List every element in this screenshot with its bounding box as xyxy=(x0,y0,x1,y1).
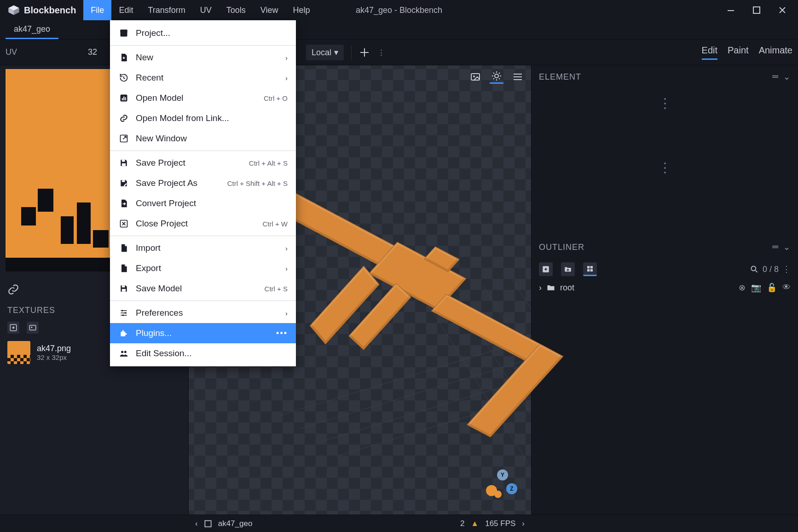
menu-view[interactable]: View xyxy=(253,0,286,20)
collapse-icon[interactable]: ⌄ xyxy=(783,242,791,252)
menu-item-label: Plugins... xyxy=(136,328,270,338)
axis-z[interactable]: Z xyxy=(506,483,517,494)
menu-item-close-project[interactable]: Close ProjectCtrl + W xyxy=(110,214,296,234)
mode-edit[interactable]: Edit xyxy=(702,45,717,60)
outliner-row-root[interactable]: › root ⊗ 📷 🔓 👁 xyxy=(532,280,798,295)
collapse-icon[interactable]: ⌄ xyxy=(783,72,791,82)
space-selector[interactable]: Local ▾ xyxy=(306,45,344,60)
status-model-name: ak47_geo xyxy=(218,519,253,528)
menu-item-recent[interactable]: Recent› xyxy=(110,68,296,88)
menu-item-preferences[interactable]: Preferences› xyxy=(110,303,296,323)
eye-icon[interactable]: 👁 xyxy=(782,283,791,293)
camera-icon[interactable]: 📷 xyxy=(751,283,761,293)
model-icon xyxy=(203,519,213,528)
menu-item-export[interactable]: Export› xyxy=(110,258,296,278)
menu-file[interactable]: File xyxy=(83,0,111,20)
menu-item-save-model[interactable]: Save ModelCtrl + S xyxy=(110,278,296,299)
svg-rect-20 xyxy=(125,97,126,100)
menu-item-edit-session[interactable]: Edit Session... xyxy=(110,343,296,364)
menu-tools[interactable]: Tools xyxy=(219,0,253,20)
add-cube-button[interactable] xyxy=(539,262,553,276)
file-icon xyxy=(118,263,129,274)
menu-separator xyxy=(110,236,296,236)
add-group-button[interactable] xyxy=(561,262,575,276)
project-icon xyxy=(118,28,129,39)
chevron-left-icon[interactable]: ‹ xyxy=(195,519,198,528)
svg-rect-9 xyxy=(587,266,590,268)
sliders-icon xyxy=(118,307,129,318)
menu-item-label: New xyxy=(136,52,279,63)
mode-animate[interactable]: Animate xyxy=(759,45,792,60)
menu-item-label: New Window xyxy=(136,133,288,144)
svg-rect-16 xyxy=(121,30,127,33)
overflow-dots[interactable]: ⋮ xyxy=(782,264,791,274)
chevron-right-icon[interactable]: › xyxy=(522,519,525,528)
history-icon xyxy=(118,72,129,83)
menu-item-label: Preferences xyxy=(136,308,279,318)
close-button[interactable] xyxy=(777,5,788,16)
svg-point-6 xyxy=(473,75,475,77)
save-icon xyxy=(118,157,129,168)
uv-label: UV xyxy=(6,47,17,57)
overflow-dots-2[interactable] xyxy=(537,156,792,179)
menu-item-new-window[interactable]: New Window xyxy=(110,128,296,149)
file-icon xyxy=(118,243,129,254)
menu-shortcut: Ctrl + W xyxy=(262,220,288,228)
menu-uv[interactable]: UV xyxy=(193,0,219,20)
svg-rect-26 xyxy=(122,285,125,287)
minimize-button[interactable] xyxy=(725,5,736,16)
open-window-icon xyxy=(118,133,129,144)
tab-ak47-geo[interactable]: ak47_geo xyxy=(6,21,58,39)
image-icon[interactable] xyxy=(468,70,482,84)
blockbench-logo-icon xyxy=(7,4,20,17)
menu-icon[interactable] xyxy=(511,70,525,84)
drag-handle-icon[interactable]: ═ xyxy=(772,72,779,82)
menu-item-label: Save Project xyxy=(136,158,243,168)
toggle-button[interactable] xyxy=(583,262,597,276)
window-title: ak47_geo - Blockbench xyxy=(356,6,442,15)
import-texture-button[interactable] xyxy=(27,322,39,334)
menu-item-open-model[interactable]: Open ModelCtrl + O xyxy=(110,88,296,108)
menu-item-label: Project... xyxy=(136,28,288,38)
expand-icon[interactable]: › xyxy=(539,283,542,293)
axis-gizmo[interactable]: Y Z xyxy=(486,469,518,502)
selection-count: 0 / 8 xyxy=(763,265,779,274)
menu-item-label: Save Project As xyxy=(136,178,221,188)
save-as-icon xyxy=(118,178,129,189)
add-texture-button[interactable] xyxy=(7,322,19,334)
tool-dots-2[interactable]: ⋮ xyxy=(377,48,385,58)
menu-item-convert-project[interactable]: Convert Project xyxy=(110,193,296,214)
menu-item-project[interactable]: Project... xyxy=(110,23,296,43)
maximize-button[interactable] xyxy=(751,5,762,16)
menu-item-new[interactable]: New› xyxy=(110,47,296,68)
warning-count[interactable]: 2 xyxy=(460,519,464,528)
menu-edit[interactable]: Edit xyxy=(111,0,140,20)
lock-icon[interactable]: 🔓 xyxy=(767,283,777,293)
sun-icon[interactable] xyxy=(490,70,503,84)
axis-y[interactable]: Y xyxy=(497,469,508,480)
menu-item-save-project-as[interactable]: Save Project AsCtrl + Shift + Alt + S xyxy=(110,173,296,193)
mode-paint[interactable]: Paint xyxy=(728,45,749,60)
svg-rect-18 xyxy=(122,98,123,100)
right-sidebar: ELEMENT ═ ⌄ OUTLINER ═ ⌄ xyxy=(531,65,798,515)
element-panel-title: ELEMENT xyxy=(539,72,581,82)
uv-canvas[interactable] xyxy=(6,69,116,272)
menu-item-save-project[interactable]: Save ProjectCtrl + Alt + S xyxy=(110,153,296,173)
save-icon xyxy=(118,283,129,294)
overflow-dots[interactable] xyxy=(537,92,792,115)
window-controls xyxy=(725,5,798,16)
menu-transform[interactable]: Transform xyxy=(140,0,192,20)
menu-help[interactable]: Help xyxy=(286,0,318,20)
menu-item-label: Import xyxy=(136,243,279,253)
svg-point-13 xyxy=(751,266,756,271)
menu-item-import[interactable]: Import› xyxy=(110,238,296,258)
center-tool-button[interactable] xyxy=(359,47,370,58)
svg-rect-27 xyxy=(122,289,126,292)
search-icon[interactable] xyxy=(750,265,759,274)
menu-item-label: Edit Session... xyxy=(136,348,288,359)
warning-icon[interactable]: ▲ xyxy=(471,519,479,528)
menu-item-plugins[interactable]: Plugins...••• xyxy=(110,323,296,343)
menu-item-open-model-from-link[interactable]: Open Model from Link... xyxy=(110,108,296,128)
target-icon[interactable]: ⊗ xyxy=(739,283,746,293)
drag-handle-icon[interactable]: ═ xyxy=(772,242,779,252)
